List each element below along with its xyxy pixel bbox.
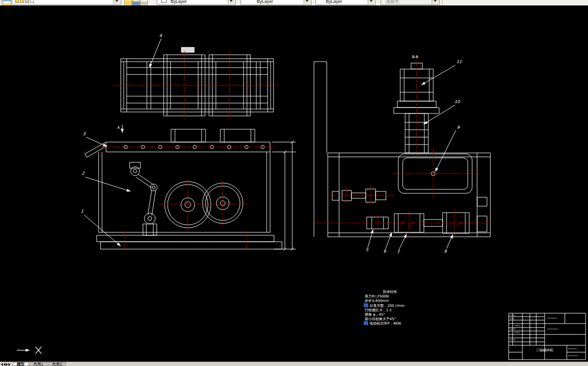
tab-nav-last-icon[interactable] <box>8 363 10 366</box>
chevron-down-icon <box>432 0 439 4</box>
front-view-geometry <box>85 129 296 251</box>
tab-nav-first-icon[interactable] <box>1 363 3 366</box>
section-label-bb: B-B <box>412 55 418 59</box>
layer-color-swatch <box>30 0 34 3</box>
ucs-x-label <box>35 347 41 354</box>
autocad-window: ByLayer ByLayer ByLayer 随颜色 <box>0 0 588 366</box>
plotstyle-dropdown[interactable]: 随颜色 <box>380 0 440 5</box>
layer-properties-manager-icon[interactable] <box>2 0 11 5</box>
tab-layout2[interactable]: 布局2 <box>48 362 67 366</box>
leader-line-7 <box>399 234 407 250</box>
leader-line-11 <box>421 65 455 85</box>
tab-model[interactable]: 模型 <box>12 362 29 366</box>
leader-line-6 <box>385 232 392 249</box>
callout-2: 2 <box>82 171 85 176</box>
linetype-dropdown-value: ByLayer <box>257 0 273 4</box>
color-dropdown-value: ByLayer <box>171 0 187 4</box>
view-label-a: A <box>117 125 120 130</box>
tab-model-label: 模型 <box>13 363 28 366</box>
tab-layout1[interactable]: 布局1 <box>29 362 48 366</box>
tab-nav-buttons[interactable] <box>1 363 12 366</box>
callout-11: 11 <box>456 59 462 64</box>
tech-note-line: 往复次数，200 r/min <box>370 303 405 308</box>
callout-5: 5 <box>366 247 369 252</box>
layout-tabbar: 模型 布局1 布局2 <box>0 362 588 366</box>
crusher-drawing: 4 <box>0 5 588 362</box>
tab-nav-prev-icon[interactable] <box>3 363 5 366</box>
chevron-down-icon <box>368 0 375 4</box>
color-dropdown[interactable]: ByLayer <box>157 0 236 5</box>
leader-line-2 <box>85 177 131 191</box>
leader-line-9 <box>435 130 456 172</box>
ucs-icon <box>17 347 41 354</box>
tech-note-line: 电动机功率P，4KW <box>370 321 401 326</box>
tech-note-line: 摆角 φ，45° <box>365 312 385 317</box>
tab-nav-next-icon[interactable] <box>6 363 8 366</box>
chevron-down-icon <box>228 0 235 4</box>
layer-lock-icon <box>25 0 29 3</box>
front-view-centerlines <box>101 147 276 252</box>
leader-line-8 <box>447 234 453 249</box>
layer-states-icon[interactable] <box>140 0 148 5</box>
side-view-geometry <box>314 62 490 237</box>
callout-9: 9 <box>457 125 460 130</box>
side-view-section-hatch <box>400 220 462 228</box>
callout-1: 1 <box>81 209 83 214</box>
callout-4: 4 <box>159 33 162 38</box>
tab-layout1-label: 布局1 <box>30 363 47 366</box>
layer-previous-icon[interactable] <box>132 0 140 5</box>
chevron-down-icon <box>113 0 120 4</box>
callout-3: 3 <box>83 131 86 136</box>
field-highlight <box>364 303 368 307</box>
tech-note-line: 步长S:400mm <box>365 298 389 303</box>
current-color-swatch <box>161 0 167 3</box>
toolbar-separator <box>442 0 443 5</box>
tech-note-line: 行程速比 K，1.3 <box>365 308 391 312</box>
top-view-geometry <box>121 47 274 116</box>
properties-toolbar: ByLayer ByLayer ByLayer 随颜色 <box>0 0 588 5</box>
leader-line-5 <box>368 229 373 248</box>
plotstyle-dropdown-value: 随颜色 <box>386 0 399 4</box>
callout-8: 8 <box>444 249 448 254</box>
tech-note-line: 推力Pc:2500N <box>365 294 389 298</box>
callout-10: 10 <box>454 99 460 104</box>
toolbar-grip[interactable] <box>0 0 2 5</box>
layer-on-icon <box>15 0 19 3</box>
layer-freeze-icon <box>20 0 24 3</box>
tech-note-line: 最小传动角大于45° <box>365 317 396 321</box>
model-space-canvas[interactable]: 4 <box>0 5 588 362</box>
title-block <box>509 313 586 360</box>
tech-notes-title: 技术特性 <box>382 290 397 294</box>
make-objects-layer-current-icon[interactable] <box>124 0 132 5</box>
callout-7: 7 <box>397 250 400 255</box>
lineweight-dropdown[interactable]: ByLayer <box>315 0 376 5</box>
callout-6: 6 <box>383 249 386 254</box>
lineweight-dropdown-value: ByLayer <box>326 0 342 4</box>
leader-line-3 <box>86 137 107 146</box>
tab-layout2-label: 布局2 <box>49 363 66 366</box>
chevron-down-icon <box>304 0 311 4</box>
title-block-product-name: 二辊破碎机 <box>536 348 553 352</box>
leader-line-4 <box>149 38 161 68</box>
tech-notes: 技术特性 推力Pc:2500N 步长S:400mm 往复次数，200 r/min… <box>364 290 405 326</box>
top-view-centerlines <box>114 51 280 120</box>
field-highlight <box>364 321 368 325</box>
layer-dropdown[interactable] <box>12 0 121 5</box>
linetype-dropdown[interactable]: ByLayer <box>241 0 311 5</box>
